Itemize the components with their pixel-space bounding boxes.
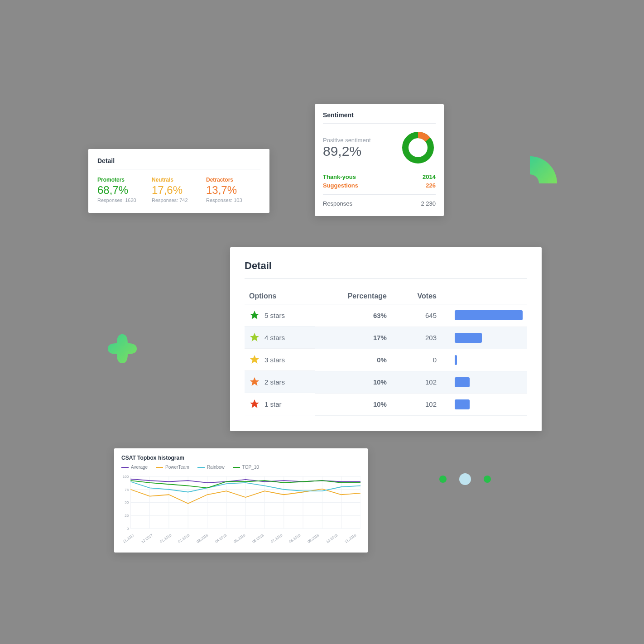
line-chart: 0255075100 [121, 474, 360, 538]
star-row-bar [455, 333, 482, 343]
thankyous-value: 2014 [423, 173, 436, 180]
star-row-pct: 17% [315, 327, 391, 349]
star-row-label: 2 stars [264, 378, 285, 386]
legend-item: Rainbow [197, 465, 225, 470]
detractors-resp: Responses: 103 [206, 197, 260, 203]
x-axis-labels: 11.201712.201701.201802.201803.201804.20… [121, 540, 360, 544]
sentiment-card: Sentiment Positive sentiment 89,2% Thank… [315, 104, 444, 216]
promoters-resp: Responses: 1620 [97, 197, 152, 203]
detractors-col: Detractors 13,7% Responses: 103 [206, 177, 260, 203]
suggestions-label: Suggestions [323, 182, 358, 189]
neutrals-pct: 17,6% [152, 184, 206, 197]
chart-legend: AveragePowerTeamRainbowTOP_10 [121, 465, 360, 470]
star-row-bar [455, 377, 470, 387]
options-header: Options [245, 288, 315, 304]
star-row-label: 4 stars [264, 334, 285, 341]
sentiment-pct: 89,2% [323, 144, 371, 159]
table-row: 5 stars63%645 [245, 304, 527, 327]
neutrals-label: Neutrals [152, 177, 206, 183]
votes-header: Votes [391, 288, 450, 304]
star-row-votes: 203 [391, 327, 450, 349]
star-row-bar [455, 399, 470, 409]
star-icon [249, 376, 260, 387]
thankyous-label: Thank-yous [323, 173, 356, 180]
star-icon [249, 399, 260, 409]
star-row-votes: 645 [391, 304, 450, 327]
decorative-arc [496, 149, 564, 217]
star-row-votes: 0 [391, 349, 450, 371]
star-row-pct: 10% [315, 393, 391, 415]
star-row-label: 5 stars [264, 312, 285, 319]
table-row: 3 stars0%0 [245, 349, 527, 371]
nps-title: Detail [97, 157, 260, 164]
star-icon [249, 332, 260, 343]
promoters-pct: 68,7% [97, 184, 152, 197]
sentiment-title: Sentiment [323, 111, 436, 119]
decorative-dots [439, 473, 491, 485]
svg-text:75: 75 [125, 488, 129, 492]
svg-text:50: 50 [125, 501, 129, 505]
star-row-votes: 102 [391, 371, 450, 393]
sentiment-donut-chart [400, 130, 436, 165]
star-icon [249, 354, 260, 365]
stars-table: Options Percentage Votes 5 stars63%6454 … [245, 288, 527, 416]
detractors-pct: 13,7% [206, 184, 260, 197]
csat-histogram-card: CSAT Topbox histogram AveragePowerTeamRa… [114, 448, 368, 553]
star-row-bar [455, 355, 457, 365]
star-row-label: 1 star [264, 400, 282, 408]
svg-text:25: 25 [125, 514, 129, 518]
nps-detail-card: Detail Promoters 68,7% Responses: 1620 N… [88, 149, 269, 213]
suggestions-value: 226 [426, 182, 436, 189]
star-row-label: 3 stars [264, 356, 285, 364]
pct-header: Percentage [315, 288, 391, 304]
star-row-votes: 102 [391, 393, 450, 415]
neutrals-col: Neutrals 17,6% Responses: 742 [152, 177, 206, 203]
star-row-bar [455, 310, 523, 320]
decorative-plus [104, 331, 140, 367]
legend-item: PowerTeam [156, 465, 189, 470]
table-row: 2 stars10%102 [245, 371, 527, 393]
stars-detail-card: Detail Options Percentage Votes 5 stars6… [230, 247, 542, 431]
legend-item: TOP_10 [233, 465, 259, 470]
star-row-pct: 63% [315, 304, 391, 327]
svg-text:0: 0 [127, 527, 129, 531]
table-row: 1 star10%102 [245, 393, 527, 415]
detractors-label: Detractors [206, 177, 260, 183]
neutrals-resp: Responses: 742 [152, 197, 206, 203]
legend-item: Average [121, 465, 148, 470]
promoters-label: Promoters [97, 177, 152, 183]
svg-text:100: 100 [123, 475, 129, 479]
responses-value: 2 230 [421, 200, 436, 207]
linechart-title: CSAT Topbox histogram [121, 455, 360, 461]
table-row: 4 stars17%203 [245, 327, 527, 349]
star-row-pct: 10% [315, 371, 391, 393]
star-row-pct: 0% [315, 349, 391, 371]
stars-title: Detail [245, 260, 527, 272]
responses-label: Responses [323, 200, 352, 207]
star-icon [249, 310, 260, 321]
promoters-col: Promoters 68,7% Responses: 1620 [97, 177, 152, 203]
sentiment-sub: Positive sentiment [323, 137, 371, 144]
